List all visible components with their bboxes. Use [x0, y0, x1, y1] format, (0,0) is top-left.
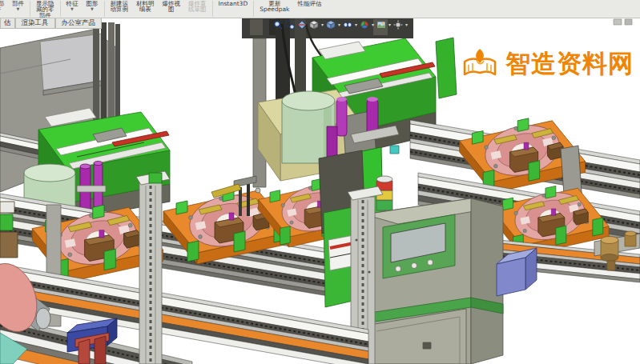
dropdown-caret-icon[interactable]: ▾: [372, 22, 374, 27]
ribbon-button-new-motion-study[interactable]: 新建运 动算例: [107, 0, 133, 18]
tab-render-tools[interactable]: 渲染工具: [15, 18, 55, 29]
tab-label: 渲染工具: [22, 18, 49, 26]
book-flame-logo-icon: [461, 46, 499, 82]
button-label: 部件: [12, 1, 24, 6]
button-label: 件: [0, 6, 1, 12]
section-view-icon[interactable]: [297, 20, 307, 30]
ribbon-button-assembly-features[interactable]: 特征 ▼: [62, 0, 83, 18]
panel-button[interactable]: [396, 266, 401, 272]
button-label: 动算例: [111, 6, 129, 12]
viewport-corner-marks: [614, 19, 632, 25]
display-style-icon[interactable]: [326, 20, 336, 30]
ribbon-button-show-hidden-components[interactable]: 显示隐 藏的零 部件: [32, 0, 58, 18]
ribbon-button-update-speedpak[interactable]: 更新 Speedpak: [256, 0, 293, 18]
ribbon-separator: [104, 1, 105, 17]
door-hinge: [423, 342, 431, 349]
button-label: 图形: [87, 1, 99, 6]
ribbon-separator: [212, 1, 213, 17]
edit-appearance-icon[interactable]: [360, 20, 369, 30]
panel-button[interactable]: [428, 260, 433, 266]
button-label: 线草图: [188, 6, 207, 12]
hide-show-items-icon[interactable]: [343, 20, 352, 30]
control-cabinet[interactable]: [364, 198, 503, 364]
dropdown-caret-icon[interactable]: ▾: [321, 22, 324, 27]
button-label: 特征: [66, 1, 78, 6]
zoom-fit-icon[interactable]: [273, 20, 283, 30]
button-label: 细表: [139, 6, 151, 12]
tab-office-products[interactable]: 办公室产品: [55, 18, 103, 29]
command-manager-tabs: 估 渲染工具 办公室产品: [0, 18, 102, 29]
view-settings-icon[interactable]: [393, 20, 403, 30]
ribbon-button-instant3d[interactable]: Instant3D: [215, 0, 252, 18]
dropdown-caret-icon: ▼: [70, 6, 74, 11]
dropdown-caret-icon[interactable]: ▾: [405, 22, 408, 27]
button-label: 性能评估: [297, 1, 321, 6]
view-orientation-icon[interactable]: [309, 20, 319, 30]
button-label: Speedpak: [260, 6, 289, 12]
ribbon-button-bill-of-materials[interactable]: 材料明 细表: [132, 0, 159, 18]
dropdown-caret-icon: ▼: [91, 6, 94, 11]
dropdown-caret-icon: ▼: [17, 6, 20, 11]
tab-label: 估: [4, 18, 11, 26]
tab-label: 办公室产品: [62, 18, 96, 26]
dropdown-caret-icon[interactable]: ▾: [338, 22, 340, 27]
button-label: Instant3D: [219, 1, 248, 6]
signal-green-segment: [376, 200, 392, 210]
button-label: 部件: [39, 13, 51, 18]
command-manager-ribbon: 零部 件 部件 ▼ 显示隐 藏的零 部件 特征 ▼ 图形 ▼ 新建运 动算例 材…: [0, 0, 640, 18]
ribbon-button-exploded-view[interactable]: 爆炸视 图: [159, 0, 185, 18]
dropdown-caret-icon[interactable]: ▾: [355, 22, 357, 27]
ribbon-button-performance-evaluation[interactable]: 性能评估: [293, 0, 325, 18]
panel-button[interactable]: [412, 263, 417, 269]
ribbon-button-insert-component[interactable]: 零部 件: [0, 0, 8, 18]
ribbon-separator: [30, 1, 30, 17]
button-label: 图: [168, 6, 175, 12]
dropdown-caret-icon[interactable]: ▾: [388, 22, 391, 27]
ribbon-button-reference-geometry[interactable]: 图形 ▼: [83, 0, 103, 18]
tab-evaluate[interactable]: 估: [0, 18, 15, 29]
ribbon-separator: [253, 1, 254, 17]
ribbon-separator: [60, 1, 61, 17]
watermark-text: 智造资料网: [505, 47, 634, 81]
zoom-area-icon[interactable]: [285, 20, 295, 30]
heads-up-view-toolbar: ▾ ▾ ▾ ▾ ▾ ▾: [273, 20, 408, 30]
watermark-logo: 智造资料网: [461, 46, 634, 82]
apply-scene-icon[interactable]: [376, 20, 386, 30]
ribbon-button-explode-line-sketch: 爆炸直 线草图: [184, 0, 211, 18]
ribbon-button-component[interactable]: 部件 ▼: [8, 0, 28, 18]
